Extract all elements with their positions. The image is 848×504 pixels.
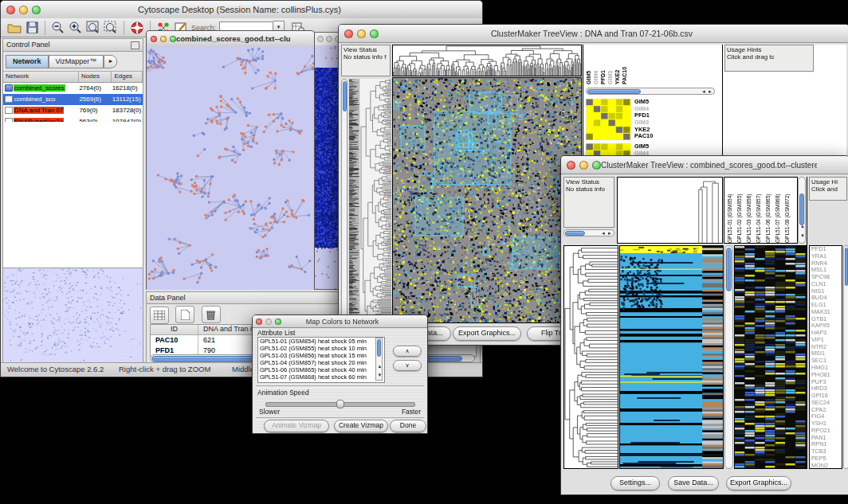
zoom-button[interactable] [32,6,41,14]
gene-label: SPC98 [811,274,842,281]
attribute-item[interactable]: GPL51-01 (GSM854) heat shock 05 min [258,338,384,345]
attribute-list-scrollbar[interactable]: ▲ ▼ [375,338,383,381]
treeview-button[interactable]: Save Data... [668,476,719,490]
network-nodes: 2569(6) [79,94,112,105]
zoom-button[interactable] [275,318,281,325]
window-controls[interactable] [6,6,41,14]
float-panel-icon[interactable] [131,41,139,49]
save-icon[interactable] [23,20,41,36]
move-down-button[interactable]: ∨ [393,360,422,371]
treeview1-titlebar[interactable]: ClusterMaker TreeView : DNA and Tran 07-… [339,25,848,43]
close-button[interactable] [151,36,157,42]
scroll-thumb[interactable] [799,193,804,225]
zoom-heatmap-matrix[interactable] [586,99,630,140]
tab[interactable]: ► [104,55,117,68]
open-folder-icon[interactable] [6,20,23,36]
minimize-button[interactable] [579,161,588,170]
network-view-titlebar[interactable]: combined_scores_good.txt--cluste... [147,31,314,47]
treeview2-row-dendrogram[interactable] [563,245,618,469]
treeview-button[interactable]: Export Graphics... [726,476,791,490]
tab[interactable]: Network [6,55,49,68]
treeview2-column-dendrogram[interactable] [697,181,721,243]
tab[interactable]: VizMapper™ [49,55,104,68]
dialog-button[interactable]: Animate Vizmap [264,420,329,432]
zoom-button[interactable] [370,29,379,38]
help-ring-icon[interactable] [128,20,146,36]
col-edges[interactable]: Edges [112,72,143,82]
network-table-row[interactable]: combined_scores 2764(0) 16218(0) [3,83,143,94]
treeview1-row-dendrogram[interactable] [360,79,391,323]
treeview-button[interactable]: Export Graphics... [453,326,521,341]
move-up-button[interactable]: ∧ [393,346,422,357]
minimize-button[interactable] [160,36,167,42]
zoom-button[interactable] [170,36,176,42]
treeview2-right-vscrollbar[interactable] [843,245,848,469]
attribute-item[interactable]: GPL51-04 (GSM857) heat shock 20 min [258,359,384,366]
treeview-button[interactable]: Settings... [610,476,660,490]
minimize-button[interactable] [326,36,332,42]
scroll-up-arrow[interactable]: ▲ [800,224,805,229]
scroll-right-arrow[interactable]: ► [607,231,612,236]
close-button[interactable] [256,318,262,325]
scroll-left-arrow[interactable]: ◄ [601,231,606,236]
scroll-thumb[interactable] [845,248,848,286]
trash-icon[interactable] [202,306,221,323]
zoom-fit-icon[interactable] [84,20,102,36]
scroll-up-arrow[interactable]: ▲ [378,364,383,369]
attribute-item[interactable]: GPL51-07 (GSM868) heat shock 60 min [258,373,384,381]
treeview2-titlebar[interactable]: ClusterMaker TreeView : combined_scores_… [561,156,848,174]
slider-thumb[interactable] [336,400,344,408]
treeview2-zoom-heatmap[interactable] [734,245,807,469]
network-type-icon [5,96,13,103]
treeview1-vscrollbar[interactable] [341,79,347,323]
treeview2-main-vscrollbar[interactable] [724,245,733,469]
dialog-button[interactable]: Done [390,420,426,432]
col-network[interactable]: Network [3,72,79,82]
network-name: combined_scores [14,83,80,94]
attribute-item[interactable]: GPL51-02 (GSM855) heat shock 10 min [258,345,384,352]
treeview1-column-dendrogram[interactable] [392,45,582,76]
new-page-icon[interactable] [175,306,194,323]
treeview2-global-heatmap[interactable] [619,245,724,469]
treeview2-gene-labels: PFD1YRA1RNR4MSL1SPC98CLN1NIS1BUD4ELG1MAK… [809,245,842,469]
minimize-button[interactable] [19,6,28,14]
minimize-button[interactable] [265,318,272,325]
treeview2-status-scrollbar[interactable]: ◄ ► [563,229,614,236]
close-button[interactable] [344,29,353,38]
attribute-item[interactable]: GPL51-06 (GSM865) heat shock 40 min [258,366,384,373]
main-titlebar[interactable]: Cytoscape Desktop (Session Name: collins… [1,1,482,19]
network-table-row[interactable]: DNA and Tran 07 769(0) 183728(0) [3,105,143,116]
close-button[interactable] [317,36,324,42]
scroll-left-arrow[interactable]: ◄ [701,89,706,95]
close-button[interactable] [567,161,575,170]
zoom-in-icon[interactable] [67,20,84,36]
birds-eye-view[interactable] [3,268,143,362]
network-tree-empty [3,122,143,268]
scroll-down-arrow[interactable]: ▼ [378,373,383,378]
treeview2-top-vscrollbar[interactable]: ▲ ▼ [798,177,806,244]
zoom-hscrollbar[interactable]: ◄ ► [586,88,715,95]
network-table-row[interactable]: combined_sco 2569(6) 13112(15) [3,94,143,105]
col-nodes[interactable]: Nodes [79,72,112,82]
col-id[interactable]: ID [151,325,198,334]
scroll-thumb[interactable] [565,231,585,236]
scroll-thumb[interactable] [726,248,732,291]
scroll-down-arrow[interactable]: ▼ [800,233,805,239]
scroll-thumb[interactable] [377,339,381,357]
zoom-out-icon[interactable] [49,20,67,36]
toolbar-separator [124,21,124,35]
scroll-right-arrow[interactable]: ► [708,89,713,95]
scroll-thumb[interactable] [343,81,347,111]
close-button[interactable] [6,6,15,14]
attribute-grid-icon[interactable] [150,307,169,324]
treeview1-global-heatmap[interactable] [392,77,582,323]
network-canvas[interactable] [147,46,314,290]
zoom-selected-icon[interactable] [102,20,120,36]
dialog-titlebar[interactable]: Map Colors to Network [253,315,427,328]
animation-speed-slider[interactable] [265,402,415,407]
minimize-button[interactable] [357,29,366,38]
scroll-thumb[interactable] [587,89,641,94]
zoom-button[interactable] [592,161,601,170]
dialog-button[interactable]: Create Vizmap [334,420,388,432]
attribute-item[interactable]: GPL51-03 (GSM856) heat shock 15 min [258,352,384,359]
